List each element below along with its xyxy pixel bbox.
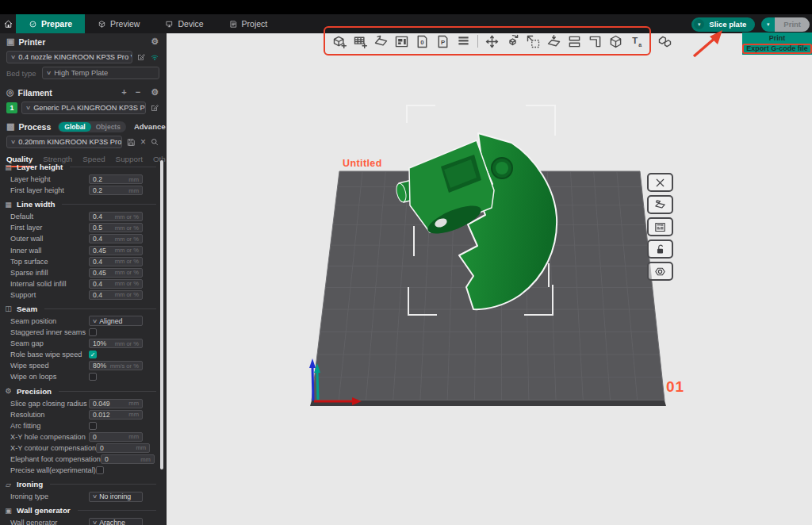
process-scope-toggle[interactable]: Global Objects xyxy=(58,121,126,132)
process-icon: ▩ xyxy=(6,122,14,131)
setting-row-top-surface: Top surface0.4mm or % xyxy=(0,256,166,267)
role-base-wipe-speed-checkbox[interactable]: ✓ xyxy=(89,351,97,358)
toolbar-split-parts-icon[interactable] xyxy=(656,33,674,51)
top-surface-input[interactable]: 0.4mm or % xyxy=(89,257,143,266)
plate-tool-edit-plate-icon[interactable] xyxy=(647,195,673,214)
setting-row-ironing-type: Ironing type∨No ironing xyxy=(0,491,166,502)
chevron-down-icon: ∨ xyxy=(10,139,16,145)
menu-item-export-g-code-file[interactable]: Export G-code file xyxy=(742,44,812,54)
toolbar-scale-icon[interactable] xyxy=(524,33,542,51)
default-input[interactable]: 0.4mm or % xyxy=(89,212,143,221)
wipe-on-loops-checkbox[interactable] xyxy=(89,373,97,381)
toolbar-add-plate-icon[interactable] xyxy=(351,33,370,51)
x-y-hole-compensation-input[interactable]: 0mm xyxy=(89,432,143,442)
plate-tool-close-icon[interactable] xyxy=(647,173,673,192)
benchy-model[interactable] xyxy=(395,133,557,309)
toolbar-rotate-icon[interactable] xyxy=(504,33,522,51)
toolbar-layers-icon[interactable] xyxy=(454,33,473,51)
menu-item-print[interactable]: Print xyxy=(742,33,812,44)
setting-row-sparse-infill: Sparse infill0.45mm or % xyxy=(0,267,166,278)
internal-solid-infill-input[interactable]: 0.4mm or % xyxy=(89,279,143,289)
toolbar-text-icon[interactable]: Ta xyxy=(627,33,645,51)
toolbar-cube-icon[interactable] xyxy=(607,33,625,51)
filament-preset-dropdown[interactable]: ∨ Generic PLA KINGROON KP3S Pro V2 xyxy=(21,102,146,114)
toolbar-file-zero-icon[interactable]: 0 xyxy=(413,33,431,51)
printer-settings-gear-icon[interactable]: ⚙ xyxy=(151,37,159,46)
printer-connection-wifi-icon[interactable] xyxy=(150,52,159,62)
remove-filament-icon[interactable]: − xyxy=(136,88,140,97)
layer-height-input[interactable]: 0.2mm xyxy=(89,174,143,184)
x-y-contour-compensation-input[interactable]: 0mm xyxy=(96,443,150,453)
plate-tool-plate-type-icon[interactable] xyxy=(647,262,673,281)
toolbar-arrange-icon[interactable] xyxy=(393,33,411,51)
svg-text:T: T xyxy=(632,36,638,45)
setting-row-x-y-hole-compensation: X-Y hole compensation0mm xyxy=(0,431,166,443)
section-title: Seam xyxy=(17,305,37,313)
ironing-icon: ▱ xyxy=(4,481,13,489)
tab-project-label: Project xyxy=(242,19,268,29)
printer-preset-row: ∨ 0.4 nozzle KINGROON KP3S Pro V2 xyxy=(6,51,159,63)
first-layer-height-input[interactable]: 0.2mm xyxy=(89,186,143,195)
toolbar-file-p-icon[interactable]: P xyxy=(434,33,452,51)
slice-gap-closing-radius-input[interactable]: 0.049mm xyxy=(89,399,143,408)
toolbar-split-horizontal-icon[interactable] xyxy=(565,33,584,51)
ironing-type-dropdown[interactable]: ∨No ironing xyxy=(89,492,143,502)
support-label: Support xyxy=(10,291,89,299)
settings-scrollbar[interactable] xyxy=(160,160,163,469)
toolbar-lay-flat-icon[interactable] xyxy=(545,33,563,51)
toolbar-split-wall-icon[interactable] xyxy=(586,33,604,51)
slice-dropdown-chevron-icon[interactable]: ▾ xyxy=(694,19,704,29)
scope-objects-pill[interactable]: Objects xyxy=(91,122,125,132)
filament-edit-icon[interactable] xyxy=(150,103,159,113)
build-plate[interactable] xyxy=(312,171,665,400)
filament-slot-badge[interactable]: 1 xyxy=(6,102,17,113)
bed-type-dropdown[interactable]: ∨ High Temp Plate xyxy=(42,67,159,79)
setting-row-arc-fitting: Arc fitting xyxy=(0,420,166,431)
first-layer-input[interactable]: 0.5mm or % xyxy=(89,223,143,232)
print-button[interactable]: ▾ Print xyxy=(761,17,810,32)
tab-project[interactable]: Project xyxy=(216,14,281,33)
tab-device[interactable]: Device xyxy=(152,14,216,33)
sparse-infill-input[interactable]: 0.45mm or % xyxy=(89,268,143,278)
setting-row-precise-wall-experimental: Precise wall(experimental) xyxy=(0,465,166,476)
toolbar-add-model-icon[interactable] xyxy=(331,33,349,51)
printer-edit-icon[interactable] xyxy=(136,52,146,62)
inner-wall-input[interactable]: 0.45mm or % xyxy=(89,246,143,255)
print-dropdown-chevron-icon[interactable]: ▾ xyxy=(761,17,775,32)
device-icon xyxy=(165,20,174,29)
setting-row-staggered-inner-seams: Staggered inner seams xyxy=(0,327,166,338)
home-button[interactable] xyxy=(0,14,16,33)
seam-position-dropdown[interactable]: ∨Aligned xyxy=(89,316,143,326)
arc-fitting-checkbox[interactable] xyxy=(89,422,97,430)
support-input[interactable]: 0.4mm or % xyxy=(89,290,143,300)
section-title: Layer height xyxy=(17,163,63,171)
printer-preset-value: 0.4 nozzle KINGROON KP3S Pro V2 xyxy=(18,53,132,61)
printer-preset-dropdown[interactable]: ∨ 0.4 nozzle KINGROON KP3S Pro V2 xyxy=(6,51,132,63)
filament-settings-gear-icon[interactable]: ⚙ xyxy=(151,88,159,97)
save-preset-icon[interactable] xyxy=(126,137,136,148)
filament-preset-value: Generic PLA KINGROON KP3S Pro V2 xyxy=(33,104,146,112)
scope-global-pill[interactable]: Global xyxy=(59,122,90,132)
elephant-foot-compensation-input[interactable]: 0mm xyxy=(101,454,155,464)
wall-generator-dropdown[interactable]: ∨Arachne xyxy=(89,518,143,525)
toolbar-move-icon[interactable] xyxy=(483,33,501,51)
slice-plate-button[interactable]: ▾ Slice plate xyxy=(691,17,755,32)
close-small-icon[interactable]: × xyxy=(140,137,146,147)
add-filament-icon[interactable]: + xyxy=(121,88,126,97)
plate-tool-lock-open-icon[interactable] xyxy=(647,240,673,259)
plate-tool-plate-settings-icon[interactable] xyxy=(647,217,673,236)
staggered-inner-seams-checkbox[interactable] xyxy=(89,328,97,336)
setting-row-seam-position: Seam position∨Aligned xyxy=(0,316,166,327)
toolbar-auto-orient-icon[interactable] xyxy=(372,33,390,51)
wipe-speed-input[interactable]: 80%mm/s or % xyxy=(89,361,143,370)
precise-wall-experimental-checkbox[interactable] xyxy=(96,466,104,474)
search-icon[interactable] xyxy=(150,137,159,147)
tab-preview[interactable]: Preview xyxy=(85,14,152,33)
seam-gap-input[interactable]: 10%mm or % xyxy=(89,339,143,348)
layer-height-label: Layer height xyxy=(10,175,89,183)
first-layer-label: First layer xyxy=(10,224,89,232)
process-preset-dropdown[interactable]: ∨ 0.20mm KINGROON KP3S Pro V2 xyxy=(6,136,122,148)
resolution-input[interactable]: 0.012mm xyxy=(89,410,143,420)
tab-prepare[interactable]: Prepare xyxy=(16,14,85,33)
outer-wall-input[interactable]: 0.4mm or % xyxy=(89,234,143,243)
